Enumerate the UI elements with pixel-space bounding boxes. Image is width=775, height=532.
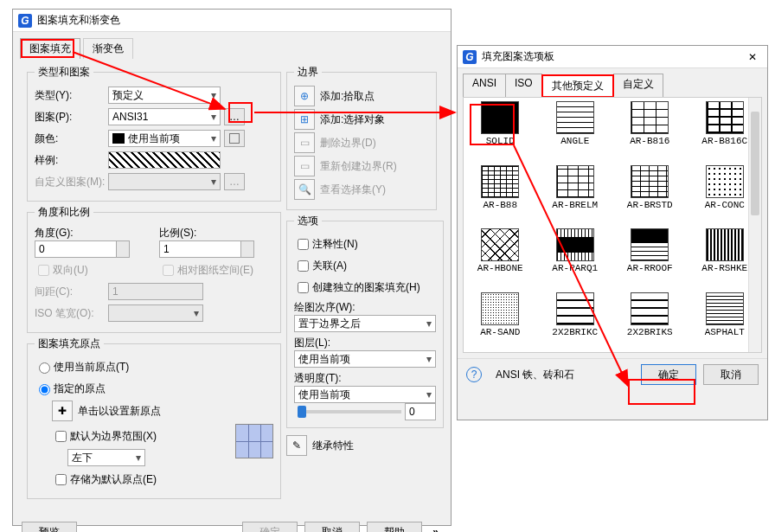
svg-line-2 (514, 145, 628, 386)
annotation-arrows (0, 0, 775, 532)
svg-line-0 (73, 52, 225, 109)
